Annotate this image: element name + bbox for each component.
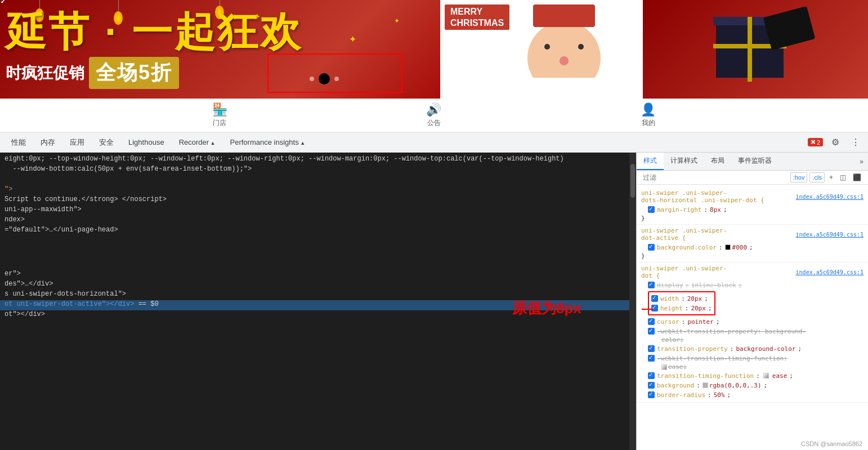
banner-dot-3[interactable] [334, 77, 339, 81]
tab-event-listeners[interactable]: 事件监听器 [731, 153, 778, 170]
tab-performance-insights[interactable]: Performance insights [223, 135, 312, 150]
tab-lighthouse[interactable]: Lighthouse [122, 135, 171, 150]
code-line-14: des">…</div> [0, 280, 636, 290]
style-inspector-button[interactable]: ◫ [838, 172, 848, 182]
prop-1-checkbox[interactable] [648, 206, 655, 213]
scroll-thumb[interactable] [630, 164, 635, 198]
prop-3-width-checkbox[interactable] [651, 295, 658, 302]
toolbar-right: ✖ 2 ⚙ ⋮ [808, 135, 863, 150]
ease-swatch [763, 373, 769, 378]
watermark: CSDN @sanmao5862 [801, 440, 862, 447]
prop-3-timing-checkbox[interactable] [648, 372, 655, 379]
rule-2-properties: ✓ background-color : #000 ; [641, 243, 863, 252]
add-style-button[interactable]: + [827, 172, 835, 182]
banner-dots [310, 73, 339, 84]
nav-item-announcement[interactable]: 🔊 公告 [422, 100, 446, 130]
announcement-icon: 🔊 [426, 103, 441, 117]
rule-3-selector: uni-swiper .uni-swiper-dot { [641, 265, 727, 279]
nav-label-mine: 我的 [642, 118, 655, 128]
tab-computed[interactable]: 计算样式 [664, 153, 704, 170]
santa-eye-right [578, 44, 584, 50]
code-line-15: s uni-swiper-dots-horizontal"> [0, 290, 636, 300]
banner-title: 延节 · 一起狂欢 [6, 10, 428, 54]
tab-styles[interactable]: 样式 [637, 153, 664, 170]
settings-button[interactable]: ⚙ [827, 135, 843, 150]
banner-discount-text: 全场5折 [96, 59, 172, 87]
cls-filter-button[interactable]: .cls [809, 172, 825, 182]
prop-2-checkbox[interactable] [648, 244, 655, 251]
error-icon: ✖ [811, 139, 816, 146]
banner-section: ✦ ✦ ✦ ★ ✦ ✦ ✦ 延节 · 一起狂欢 时疯狂促销 全场5折 MERRY… [0, 0, 868, 99]
code-line-5: Script to continue.</strong> </noscript> [0, 195, 636, 206]
code-line-17: ot"></div> [0, 310, 636, 320]
force-state-button[interactable]: ⬛ [851, 172, 863, 182]
rule-2-selector-row: uni-swiper .uni-swiper-dot-active { inde… [641, 227, 863, 242]
tab-memory[interactable]: 内存 [34, 134, 62, 151]
prop-background-color: ✓ background-color : #000 ; [648, 243, 863, 252]
prop-webkit-timing: ✓ -webkit-transition-timing-function: [648, 354, 863, 363]
prop-margin-right: ✓ margin-right : 8px ; [648, 205, 863, 214]
prop-3-bg-checkbox[interactable] [648, 382, 655, 389]
tab-application[interactable]: 应用 [63, 134, 91, 151]
code-line-6: uni-app--maxwidth"> [0, 206, 636, 216]
nav-bar: 🏪 门店 🔊 公告 👤 我的 [0, 99, 868, 132]
prop-3-webkit-timing-checkbox[interactable] [648, 355, 655, 362]
gift-area [643, 0, 868, 99]
rgba-swatch [703, 382, 708, 388]
nav-label-store: 门店 [213, 118, 226, 128]
code-line-7: ndex> [0, 216, 636, 226]
more-button[interactable]: ⋮ [848, 135, 863, 150]
santa-hat [533, 5, 595, 27]
rule-1-source[interactable]: index.a5c69d49.css:1 [796, 194, 863, 200]
more-tabs-button[interactable]: » [855, 154, 868, 169]
nav-item-mine[interactable]: 👤 我的 [636, 100, 660, 130]
gift-bow [767, 11, 812, 45]
style-rule-1: uni-swiper .uni-swiper-dots-horizontal .… [637, 187, 868, 225]
style-rule-3: uni-swiper .uni-swiper-dot { index.a5c69… [637, 262, 868, 403]
main-area: eight:0px; --top-window-height:0px; --wi… [0, 153, 868, 450]
html-scrollbar[interactable] [629, 153, 636, 450]
code-gap [0, 236, 636, 270]
prop-3-webkit-trans-checkbox[interactable] [648, 328, 655, 335]
tab-performance[interactable]: 性能 [5, 134, 33, 151]
prop-3-cursor-checkbox[interactable] [648, 318, 655, 325]
rule-1-selector: uni-swiper .uni-swiper-dots-horizontal .… [641, 189, 764, 204]
prop-width: ✓ width : 20px ; [651, 294, 712, 303]
styles-filter-input[interactable] [641, 172, 788, 183]
banner-dot-2-active[interactable] [319, 73, 330, 84]
color-swatch-black[interactable] [725, 244, 731, 250]
prop-webkit-transition-cont: color; [648, 336, 863, 344]
styles-pane: 样式 计算样式 布局 事件监听器 » :hov .cls + ◫ ⬛ uni-s… [636, 153, 868, 450]
tab-recorder[interactable]: Recorder [172, 135, 222, 150]
prop-timing-function: ✓ transition-timing-function : ease ; [648, 371, 863, 380]
banner-dot-1[interactable] [310, 77, 314, 81]
gift-ribbon-v [748, 17, 752, 82]
hov-filter-button[interactable]: :hov [790, 172, 808, 182]
rule-3-source[interactable]: index.a5c69d49.css:1 [796, 269, 863, 275]
store-icon: 🏪 [212, 103, 227, 117]
prop-background: ✓ background : rgba(0,0,0,.3) ; [648, 381, 863, 390]
prop-3-height-checkbox[interactable] [651, 305, 658, 311]
prop-3-trans-prop-checkbox[interactable] [648, 345, 655, 352]
rule-3-selector-row: uni-swiper .uni-swiper-dot { index.a5c69… [641, 265, 863, 279]
tab-layout[interactable]: 布局 [704, 153, 731, 170]
nav-item-store[interactable]: 🏪 门店 [208, 100, 232, 130]
merry-text: MERRY [450, 6, 504, 18]
code-line-16-selected[interactable]: ot uni-swiper-dot-active"></div> == $0 [0, 300, 636, 310]
rule-2-source[interactable]: index.a5c69d49.css:1 [796, 231, 863, 238]
christmas-text: CHRISTMAS [450, 18, 504, 28]
code-line-3 [0, 175, 636, 185]
santa-nose [560, 56, 569, 65]
banner-left-content: 延节 · 一起狂欢 时疯狂促销 全场5折 [0, 0, 428, 99]
prop-cursor: ✓ cursor : pointer ; [648, 317, 863, 326]
banner-discount-box: 全场5折 [89, 57, 179, 89]
devtools-toolbar: 性能 内存 应用 安全 Lighthouse Recorder Performa… [0, 132, 868, 153]
prop-transition-property: ✓ transition-property : background-color… [648, 344, 863, 353]
error-badge[interactable]: ✖ 2 [808, 138, 823, 146]
prop-3-br-checkbox[interactable] [648, 391, 655, 398]
styles-tabs: 样式 计算样式 布局 事件监听器 » [637, 153, 868, 171]
tab-security[interactable]: 安全 [92, 134, 120, 151]
prop-3-display-checkbox[interactable] [648, 282, 655, 288]
santa-panel: MERRY CHRISTMAS [440, 0, 643, 99]
code-line-8: ="default">…</uni-page-head> [0, 226, 636, 236]
